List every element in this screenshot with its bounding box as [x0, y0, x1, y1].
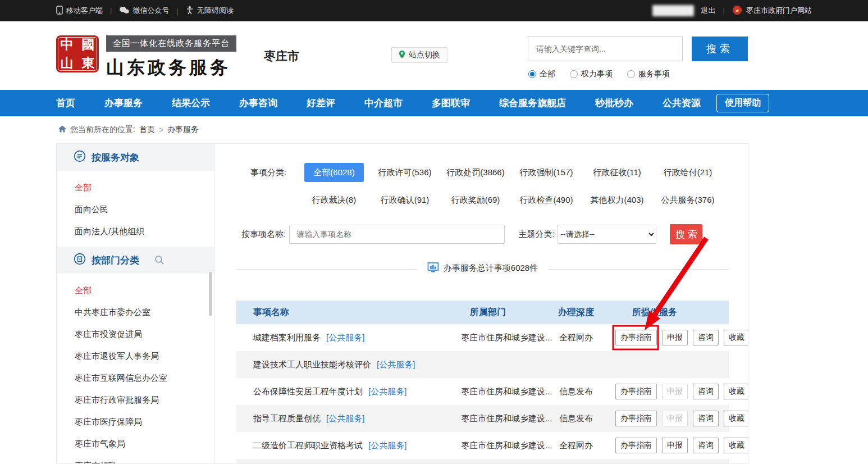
favorite-button[interactable]: 收藏: [724, 438, 748, 453]
topbar-link[interactable]: 微信公众号: [119, 6, 169, 16]
keyword-search-button[interactable]: 搜索: [692, 37, 748, 61]
guide-button[interactable]: 办事指南: [615, 438, 657, 453]
filter-item[interactable]: 其他权力(403): [590, 190, 643, 210]
sidebar-item[interactable]: 枣庄市妇联: [57, 454, 214, 464]
site-switch-button[interactable]: 站点切换: [391, 47, 447, 63]
breadcrumb-current[interactable]: 办事服务: [167, 125, 199, 135]
keyword-search-input[interactable]: [528, 37, 683, 61]
filter-item[interactable]: 行政确认(91): [381, 190, 430, 210]
username-redacted: [652, 5, 694, 16]
item-department: 枣庄市住房和城乡建设...: [461, 440, 545, 451]
public-service-tag-link[interactable]: [公共服务]: [377, 360, 415, 370]
filter-item[interactable]: 行政征收(11): [593, 163, 641, 182]
breadcrumb-home-link[interactable]: 首页: [139, 125, 155, 135]
sidebar-item[interactable]: 全部: [57, 176, 214, 198]
nav-item[interactable]: 办事服务: [104, 97, 143, 110]
favorite-button[interactable]: 收藏: [724, 330, 748, 345]
search-icon[interactable]: [154, 254, 165, 266]
scope-radio[interactable]: 全部: [528, 69, 555, 79]
nav-item[interactable]: 多图联审: [432, 97, 470, 110]
separator: |: [110, 7, 112, 15]
item-name-input[interactable]: [289, 225, 505, 244]
portal-link[interactable]: ★ 枣庄市政府门户网站: [732, 5, 812, 17]
site-logo: 中 國 山 東 全国一体化在线政务服务平台 山东政务服务: [56, 35, 236, 80]
filter-item[interactable]: 行政许可(536): [378, 163, 431, 182]
nav-item[interactable]: 公共资源: [663, 97, 701, 110]
topic-select[interactable]: --请选择--: [558, 225, 656, 244]
clipped-next-row: [236, 459, 729, 464]
nav-item[interactable]: 秒批秒办: [595, 97, 633, 110]
sidebar-item[interactable]: 中共枣庄市委办公室: [57, 301, 214, 323]
topbar-link[interactable]: 移动客户端: [56, 6, 103, 16]
sidebar-item[interactable]: 面向法人/其他组织: [57, 220, 214, 242]
table-row: 指导工程质量创优[公共服务]枣庄市住房和城乡建设...信息发布办事指南申报咨询收…: [236, 405, 729, 432]
consult-button[interactable]: 咨询: [693, 438, 719, 453]
sidebar-item[interactable]: 面向公民: [57, 198, 214, 220]
content-area: 按服务对象全部面向公民面向法人/其他组织按部门分类全部中共枣庄市委办公室枣庄市投…: [56, 143, 748, 464]
filter-item[interactable]: 行政裁决(8): [312, 190, 356, 210]
sidebar-item[interactable]: 枣庄市互联网信息办公室: [57, 367, 214, 389]
consult-button[interactable]: 咨询: [693, 411, 719, 426]
nav-item[interactable]: 首页: [56, 97, 75, 110]
filter-item[interactable]: 行政处罚(3866): [446, 163, 504, 182]
item-depth: 全程网办: [545, 440, 607, 451]
seal-char: 東: [82, 57, 95, 70]
guide-button[interactable]: 办事指南: [615, 384, 657, 399]
filter-item[interactable]: 行政检查(490): [519, 190, 573, 210]
sidebar-item[interactable]: 枣庄市医疗保障局: [57, 411, 214, 433]
favorite-button[interactable]: 收藏: [724, 384, 748, 399]
item-depth: 信息发布: [545, 386, 607, 397]
guide-button[interactable]: 办事指南: [615, 411, 657, 426]
national-emblem-icon: ★: [732, 5, 742, 17]
table-row: 公布保障性安居工程年度计划[公共服务]枣庄市住房和城乡建设...信息发布办事指南…: [236, 378, 729, 405]
shandong-seal-logo: 中 國 山 東: [56, 35, 99, 72]
sidebar-item[interactable]: 全部: [57, 279, 214, 301]
sidebar-item[interactable]: 枣庄市行政审批服务局: [57, 389, 214, 411]
apply-button[interactable]: 申报: [662, 330, 688, 345]
filter-item[interactable]: 行政奖励(69): [451, 190, 500, 210]
sidebar-scrollbar[interactable]: [209, 272, 212, 316]
public-service-tag-link[interactable]: [公共服务]: [368, 440, 406, 451]
nav-item[interactable]: 办事咨询: [239, 97, 277, 110]
public-service-tag-link[interactable]: [公共服务]: [326, 333, 364, 343]
item-search-button[interactable]: 搜 索: [670, 224, 702, 244]
item-name: 建设技术工人职业技能考核评价: [253, 360, 371, 370]
filter-item[interactable]: 公共服务(376): [661, 190, 714, 210]
separator: |: [723, 7, 725, 15]
accessibility-icon: [186, 6, 194, 16]
filter-item[interactable]: 行政给付(21): [664, 163, 712, 182]
consult-button[interactable]: 咨询: [693, 330, 719, 345]
main-nav-items: 首页办事服务结果公示办事咨询好差评中介超市多图联审综合服务旗舰店秒批秒办公共资源: [56, 97, 730, 110]
service-object-icon: [74, 150, 86, 165]
guide-button[interactable]: 办事指南: [615, 330, 657, 345]
filter-item[interactable]: 全部(6028): [304, 163, 363, 182]
help-button[interactable]: 使用帮助: [716, 94, 769, 112]
item-search-form: 按事项名称: 主题分类: --请选择-- 搜 索: [241, 224, 748, 244]
logout-link[interactable]: 退出: [701, 6, 716, 16]
apply-button[interactable]: 申报: [662, 438, 688, 453]
scope-radio[interactable]: 服务事项: [627, 69, 670, 79]
item-name-cell: 建设技术工人职业技能考核评价[公共服务]: [236, 360, 461, 370]
favorite-button[interactable]: 收藏: [724, 411, 748, 426]
filter-item[interactable]: 行政强制(157): [519, 163, 573, 182]
item-name-cell: 公布保障性安居工程年度计划[公共服务]: [236, 386, 461, 397]
nav-item[interactable]: 中介超市: [364, 97, 403, 110]
classify-label: 事项分类:: [250, 163, 299, 182]
scope-radio[interactable]: 权力事项: [570, 69, 613, 79]
masthead: 中 國 山 東 全国一体化在线政务服务平台 山东政务服务 枣庄市 站点切换 搜索…: [0, 21, 868, 90]
topbar-link-label: 微信公众号: [133, 6, 169, 16]
public-service-tag-link[interactable]: [公共服务]: [326, 413, 364, 424]
sidebar-item[interactable]: 枣庄市投资促进局: [57, 323, 214, 345]
consult-button[interactable]: 咨询: [693, 384, 719, 399]
nav-item[interactable]: 好差评: [307, 97, 335, 110]
breadcrumb: 您当前所在的位置: 首页 > 办事服务: [0, 116, 868, 143]
topbar-link[interactable]: 无障碍阅读: [186, 6, 234, 16]
topic-label: 主题分类:: [518, 229, 554, 240]
sidebar-section-header: 按服务对象: [57, 144, 214, 171]
nav-item[interactable]: 综合服务旗舰店: [499, 97, 566, 110]
public-service-tag-link[interactable]: [公共服务]: [368, 386, 406, 397]
sidebar-item[interactable]: 枣庄市气象局: [57, 433, 214, 454]
portal-label: 枣庄市政府门户网站: [746, 6, 812, 16]
nav-item[interactable]: 结果公示: [172, 97, 210, 110]
sidebar-item[interactable]: 枣庄市退役军人事务局: [57, 345, 214, 367]
